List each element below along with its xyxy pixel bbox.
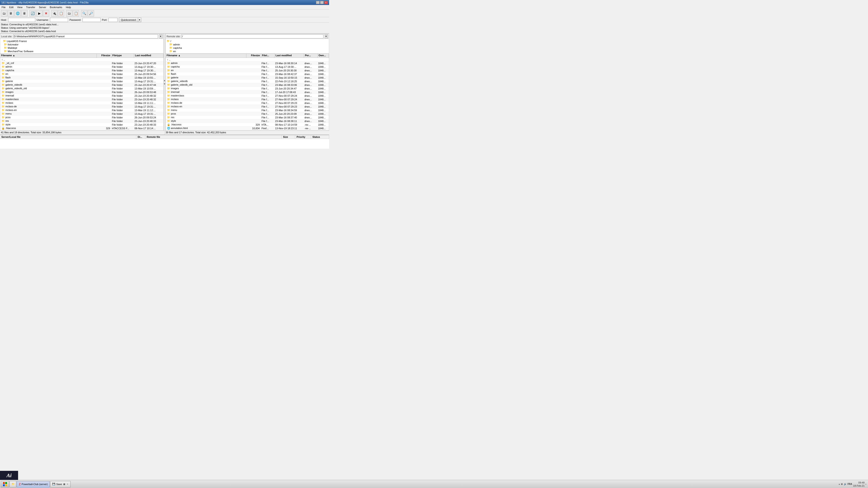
local-file-row[interactable]: ↑.. [0, 58, 163, 61]
local-file-row[interactable]: 📁galerie File folder 13-Aug-17 19:31:... [0, 79, 163, 83]
transfer-queue: Server/Local file Di... Remote file Size… [0, 135, 329, 149]
local-tree-item[interactable]: 📁 MerchantTrac Software [3, 50, 163, 53]
local-file-row[interactable]: 📁_vti_cnf File folder 23-Jun-19 20:47:20 [0, 61, 163, 65]
remote-file-row[interactable]: 📁mclass File f... 27-Nov-00 07:29:24 drw… [166, 98, 329, 101]
menu-bookmarks[interactable]: Bookmarks [49, 6, 63, 9]
title-bar: 1&1 liquidass - sftp://u62402230-liqass@… [0, 0, 329, 5]
remote-file-row[interactable]: 📁admin File f... 23-Mar-16 08:30:14 drwx… [166, 61, 329, 65]
tb-search[interactable]: 🔍 [81, 10, 87, 17]
remote-file-row[interactable]: 📁mclass-de File f... 27-Nov-00 07:29:23 … [166, 101, 329, 105]
close-button[interactable]: ✕ [324, 1, 328, 4]
local-file-row[interactable]: 📁imemail File folder 23-Jun-19 20:48:32 [0, 94, 163, 98]
maximize-button[interactable]: □ [320, 1, 324, 4]
remote-file-row[interactable]: 📁en File f... 25-Jun-20 20:30:30 drwx...… [166, 69, 329, 72]
remote-file-list: ↑.. 📁admin File f... 23-Mar-16 08:30:14 … [166, 58, 329, 130]
remote-file-row[interactable]: 🔒.htaccess 329 HTA... 08-Nov-17 10:14:59… [166, 123, 329, 127]
tb-new-tab2[interactable]: 🌐 [14, 10, 21, 17]
quickconnect-dropdown[interactable]: ▼ [138, 18, 141, 22]
local-file-row[interactable]: 📁images File folder 26-Jun-20 09:53:48 [0, 90, 163, 94]
local-col-filename[interactable]: Filename ▲ [0, 54, 97, 58]
local-file-row[interactable]: 📁galerie_videolb_old File folder 13-Mar-… [0, 87, 163, 90]
port-label: Port: [102, 19, 107, 21]
tb-new-window[interactable]: 🖥 [21, 10, 28, 17]
remote-file-row[interactable]: 📁menu File f... 23-Mar-16 08:34:59 drwx.… [166, 108, 329, 112]
local-file-row[interactable]: 📁mclass-de File folder 13-Aug-17 19:31:.… [0, 105, 163, 108]
menu-file[interactable]: File [1, 6, 6, 9]
local-file-row[interactable]: 📁mclass File folder 13-Mar-19 11:11:... [0, 101, 163, 105]
local-file-row[interactable]: 📁en File folder 25-Jun-20 09:54:56 [0, 72, 163, 76]
remote-tree-item[interactable]: 📁 / [166, 39, 329, 43]
remote-file-row[interactable]: ↑.. [166, 58, 329, 61]
remote-file-row[interactable]: 📁res File f... 23-Mar-16 08:37:40 drwx..… [166, 116, 329, 119]
menu-transfer[interactable]: Transfer [25, 6, 36, 9]
menu-edit[interactable]: Edit [8, 6, 14, 9]
local-col-size[interactable]: Filesize [97, 54, 112, 58]
port-input[interactable] [108, 18, 118, 22]
remote-tree-item[interactable]: 📁 admin [169, 43, 329, 46]
remote-file-row[interactable]: 📁galerie File f... 15-Sep-16 10:50:15 dr… [166, 76, 329, 79]
local-file-row[interactable]: 📁masterclass File folder 23-Jun-19 20:48… [0, 98, 163, 101]
remote-file-row[interactable]: 📁galerie_videolb File f... 22-Feb-19 12:… [166, 79, 329, 83]
remote-tree-item[interactable]: 📁 en [169, 50, 329, 53]
local-file-row[interactable]: 📁admin File folder 13-Aug-17 19:30:... [0, 65, 163, 69]
remote-col-filename[interactable]: Filename ▲ [166, 54, 246, 58]
quickconnect-button[interactable]: Quickconnect [119, 18, 138, 22]
username-input[interactable] [50, 18, 68, 22]
remote-file-row[interactable]: 📁images File f... 23-Jun-20 20:34:47 drw… [166, 87, 329, 90]
tb-filter[interactable]: 🔎 [88, 10, 94, 17]
local-file-row[interactable]: 📁pcss File folder 26-Jun-20 09:53:24 [0, 116, 163, 119]
local-col-modified[interactable]: Last modified [134, 54, 163, 58]
tb-files[interactable]: 🗂 [66, 10, 72, 17]
local-tree-item[interactable]: 📁 listcreator [3, 43, 163, 46]
local-tree-item[interactable]: 📁 LiquidASS France [1, 39, 163, 43]
remote-file-row[interactable]: 📁pcss File f... 25-Jun-20 20:23:09 drwx.… [166, 112, 329, 116]
remote-tree-item[interactable]: 📁 captcha [169, 46, 329, 50]
remote-file-row[interactable]: 📁masterclass File f... 27-Nov-00 07:29:2… [166, 94, 329, 98]
minimize-button[interactable]: − [316, 1, 320, 4]
tb-new-tab[interactable]: 🖥 [8, 10, 14, 17]
remote-col-type[interactable]: Filet... [261, 54, 275, 58]
tb-open-site-manager[interactable]: 🗂 [1, 10, 7, 17]
remote-col-perm[interactable]: Per... [304, 54, 318, 58]
local-site-dropdown[interactable]: ▼ [159, 34, 162, 38]
remote-file-row[interactable]: 📁mclass-en File f... 27-Nov-00 07:29:23 … [166, 105, 329, 108]
local-file-row[interactable]: 🔒.htaccess 329 HTACCESS F... 08-Nov-17 1… [0, 127, 163, 130]
local-site-input[interactable] [13, 34, 158, 38]
tb-disconnect[interactable]: 🔌 [51, 10, 57, 17]
remote-file-row[interactable]: 📁flash File f... 23-Mar-16 08:42:37 drwx… [166, 72, 329, 76]
password-input[interactable] [83, 18, 101, 22]
tb-reconnect[interactable]: 🔄 [29, 10, 36, 17]
tb-view-queue[interactable]: 📋 [58, 10, 64, 17]
username-label: Username: [37, 19, 49, 21]
panel-divider[interactable]: ▲ ▼ [164, 34, 165, 131]
remote-file-row[interactable]: 📁imemail File f... 17-Jul-20 17:08:43 dr… [166, 90, 329, 94]
local-file-row[interactable]: 📁menu File folder 13-Aug-17 19:31:... [0, 112, 163, 116]
menu-help[interactable]: Help [65, 6, 72, 9]
remote-col-modified[interactable]: Last modified [275, 54, 304, 58]
local-file-row[interactable]: 📁galerie_videolb File folder 23-Jun-19 2… [0, 83, 163, 87]
local-file-row[interactable]: 📁captcha File folder 13-Aug-17 19:30:... [0, 69, 163, 72]
tb-play[interactable]: ▶ [36, 10, 42, 17]
local-col-type[interactable]: Filetype [112, 54, 134, 58]
local-file-row[interactable]: 📁style File folder 23-Jun-19 20:48:33 [0, 123, 163, 127]
remote-site-input[interactable] [182, 34, 323, 38]
tb-cancel[interactable]: ✖ [43, 10, 49, 17]
local-file-row[interactable]: 🌐annulation.html 10,834 Firefox HTM... 2… [0, 130, 163, 130]
remote-file-row[interactable]: 📁style File f... 23-Mar-16 08:38:11 drwx… [166, 119, 329, 123]
remote-col-size[interactable]: Filesize [246, 54, 261, 58]
remote-col-owner[interactable]: Own... [318, 54, 329, 58]
tb-clipboard[interactable]: 📋 [73, 10, 79, 17]
remote-file-row[interactable]: 📁galerie_videolb_old File f... 23-Mar-16… [166, 83, 329, 87]
local-file-row[interactable]: 📁mclass-en File folder 13-Mar-19 11:12:.… [0, 108, 163, 112]
remote-file-row[interactable]: 📁captcha File f... 13-Aug-17 19:30:... d… [166, 65, 329, 69]
host-input[interactable] [8, 18, 35, 22]
remote-file-count: 39 files and 17 directories. Total size:… [165, 131, 329, 135]
remote-file-row[interactable]: 🌐annulation.html 10,834 Firef... 13-Nov-… [166, 127, 329, 130]
local-file-row[interactable]: 📁res File folder 23-Jun-19 20:48:33 [0, 119, 163, 123]
remote-site-dropdown[interactable]: ▼ [324, 34, 328, 38]
menu-view[interactable]: View [17, 6, 23, 9]
local-file-row[interactable]: 📁flash File folder 13-Mar-19 10:55:... [0, 76, 163, 79]
menu-server[interactable]: Server [38, 6, 47, 9]
remote-file-row[interactable]: ⚙checkDB.php 11,480 PHP... 13-Mar-19 15:… [166, 130, 329, 130]
local-tree-item[interactable]: 📁 Maildept [3, 46, 163, 50]
